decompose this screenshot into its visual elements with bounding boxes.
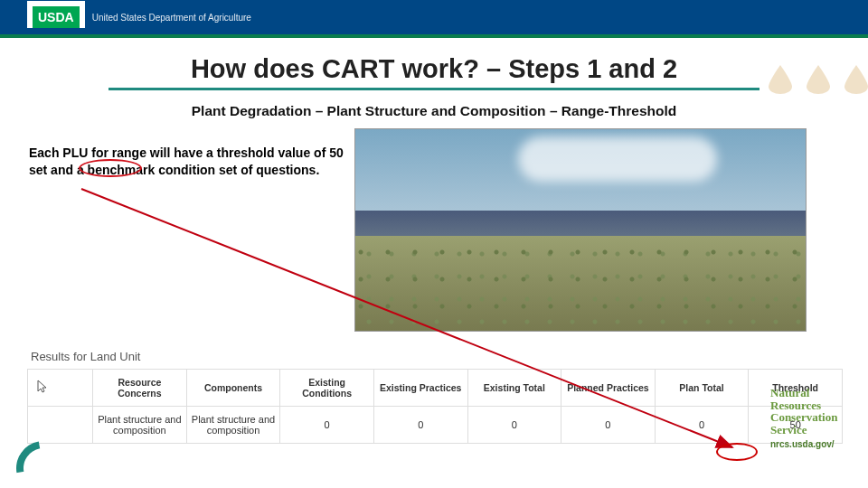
th-components: Components (186, 370, 280, 407)
results-table-wrap: Resource Concerns Components Existing Co… (0, 369, 868, 444)
photo-range (355, 236, 806, 331)
td-components: Plant structure and composition (186, 407, 280, 444)
td-existing-practices: 0 (373, 407, 467, 444)
right-column (345, 128, 854, 332)
photo-cloud (518, 136, 717, 182)
nrcs-branding: Natural Resources Conservation Service n… (770, 387, 864, 449)
header-bar: USDA United States Department of Agricul… (0, 0, 868, 34)
usda-logo: USDA (27, 1, 85, 28)
rangeland-photo (354, 128, 807, 332)
th-plan-total: Plan Total (655, 370, 749, 407)
td-plan-total: 0 (655, 407, 749, 444)
ellipse-annotation-50 (79, 159, 142, 177)
results-label: Results for Land Unit (0, 348, 868, 369)
org-name: United States Department of Agriculture (92, 13, 251, 23)
header-underline (0, 34, 868, 38)
th-resource-concerns: Resource Concerns (93, 370, 187, 407)
table-row: Plant structure and composition Plant st… (28, 407, 843, 444)
cursor-icon (37, 380, 48, 394)
nrcs-line1: Natural (770, 387, 864, 399)
ellipse-annotation-threshold (716, 443, 758, 461)
th-existing-conditions: Existing Conditions (280, 370, 374, 407)
results-table: Resource Concerns Components Existing Co… (27, 369, 843, 444)
td-resource-concerns: Plant structure and composition (93, 407, 187, 444)
nrcs-line2: Resources (770, 399, 864, 412)
slide-subtitle: Plant Degradation – Plant Structure and … (0, 103, 868, 119)
th-planned-practices: Planned Practices (561, 370, 656, 407)
left-paragraph: Each PLU for range will have a threshold… (29, 145, 345, 179)
body-row: Each PLU for range will have a threshold… (0, 128, 868, 332)
title-block: How does CART work? – Steps 1 and 2 (0, 54, 868, 90)
left-column: Each PLU for range will have a threshold… (29, 128, 345, 332)
th-cursor (28, 370, 93, 407)
nrcs-line3: Conservation (770, 411, 864, 424)
table-header-row: Resource Concerns Components Existing Co… (28, 370, 843, 407)
th-existing-practices: Existing Practices (373, 370, 467, 407)
td-existing-total: 0 (467, 407, 561, 444)
td-blank (28, 407, 93, 444)
slide-title: How does CART work? – Steps 1 and 2 (191, 54, 677, 84)
nrcs-line4: Service (770, 424, 864, 436)
th-existing-total: Existing Total (467, 370, 561, 407)
td-planned-practices: 0 (561, 407, 656, 444)
title-underline (108, 88, 760, 90)
td-existing-conditions: 0 (280, 407, 374, 444)
nrcs-url: nrcs.usda.gov/ (770, 440, 864, 450)
